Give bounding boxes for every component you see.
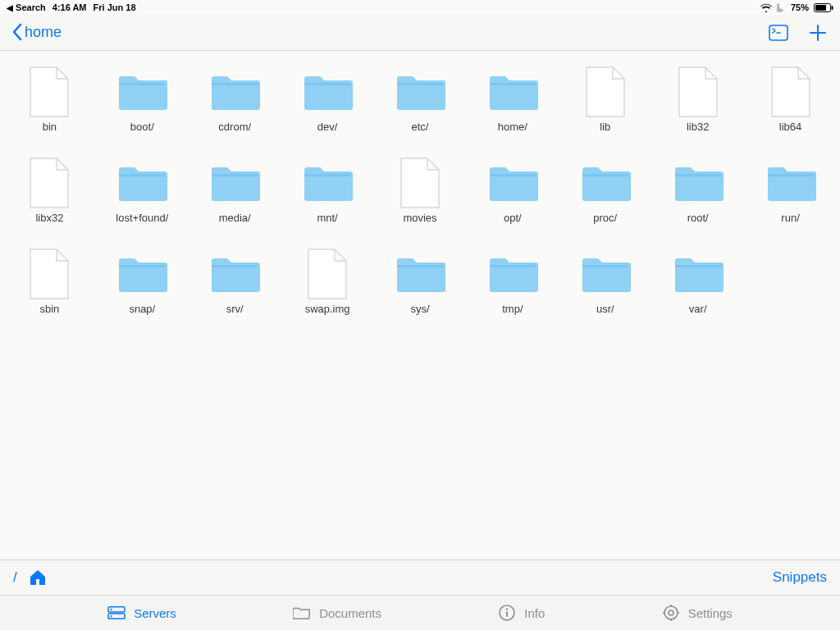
folder-item[interactable]: boot/ [96,60,189,146]
folder-item[interactable]: srv/ [189,242,281,328]
tab-info[interactable]: Info [498,604,545,622]
file-icon [23,154,75,212]
tab-servers[interactable]: Servers [107,604,176,622]
svg-rect-14 [397,83,443,85]
file-icon [672,63,724,121]
folder-icon [208,63,261,121]
item-label: media/ [219,212,251,224]
terminal-button[interactable] [768,22,789,43]
item-label: usr/ [596,303,614,315]
svg-rect-7 [119,83,165,109]
item-label: boot/ [130,121,154,133]
svg-rect-9 [212,83,258,109]
folder-item[interactable]: run/ [744,151,837,237]
item-label: cdrom/ [218,121,251,133]
svg-rect-39 [582,265,628,291]
wifi-icon [760,3,772,12]
back-button[interactable]: home [11,24,62,41]
file-item[interactable]: sbin [3,242,96,328]
info-icon [498,604,516,622]
item-label: var/ [689,303,707,315]
folder-item[interactable]: opt/ [466,151,559,237]
file-grid-scroll[interactable]: bin boot/ cdrom/ dev/ etc/ home/ lib lib… [0,52,840,559]
item-label: movies [403,212,436,224]
svg-rect-15 [490,83,536,109]
folder-item[interactable]: snap/ [96,242,189,328]
tab-label: Info [524,606,545,620]
item-label: mnt/ [317,212,337,224]
folder-item[interactable]: proc/ [559,151,651,237]
svg-rect-34 [212,265,258,267]
item-label: proc/ [593,212,617,224]
svg-rect-17 [119,174,165,200]
back-to-app[interactable]: ◀ Search [7,2,46,12]
folder-icon [301,63,354,121]
file-item[interactable]: lib [559,60,651,146]
folder-icon [486,154,539,212]
folder-item[interactable]: home/ [466,60,559,146]
svg-rect-19 [212,174,258,200]
svg-rect-27 [675,174,721,200]
house-icon [29,569,47,586]
file-item[interactable]: libx32 [3,151,96,237]
svg-rect-38 [490,265,536,267]
folder-icon [486,245,539,303]
item-label: dev/ [317,121,338,133]
folder-icon [208,245,261,303]
battery-icon [814,3,833,12]
dnd-moon-icon [777,3,786,12]
file-icon [765,63,817,121]
add-button[interactable] [807,22,829,43]
file-item[interactable]: bin [3,60,96,146]
tab-documents[interactable]: Documents [293,604,381,622]
svg-rect-8 [119,83,165,85]
status-time: 4:16 AM [52,2,87,12]
svg-rect-13 [397,83,443,109]
folder-item[interactable]: var/ [651,242,744,328]
servers-icon [107,604,126,622]
folder-item[interactable]: mnt/ [281,151,374,237]
tab-settings[interactable]: Settings [662,604,733,622]
svg-rect-23 [490,174,536,200]
snippets-button[interactable]: Snippets [773,569,827,586]
item-label: root/ [687,212,709,224]
item-label: sys/ [410,303,429,315]
file-item[interactable]: movies [374,151,467,237]
terminal-icon [769,25,788,41]
folder-item[interactable]: cdrom/ [189,60,281,146]
svg-rect-22 [304,174,350,176]
svg-rect-12 [304,83,350,85]
breadcrumb-root[interactable]: / [13,569,17,586]
folder-item[interactable]: tmp/ [466,242,559,328]
folder-item[interactable]: sys/ [374,242,467,328]
item-label: etc/ [412,121,429,133]
svg-rect-11 [304,83,350,109]
item-label: tmp/ [502,303,523,315]
plus-icon [809,24,827,42]
item-label: opt/ [504,212,522,224]
folder-item[interactable]: etc/ [374,60,467,146]
home-path-button[interactable] [29,569,47,586]
folder-item[interactable]: usr/ [559,242,651,328]
folder-icon [486,63,539,121]
file-item[interactable]: lib32 [651,60,744,146]
folder-item[interactable]: media/ [189,151,281,237]
file-icon [579,63,632,121]
folder-icon [394,63,446,121]
svg-rect-37 [490,265,536,291]
svg-rect-10 [212,83,258,85]
file-item[interactable]: swap.img [281,242,374,328]
svg-rect-25 [582,174,628,200]
svg-rect-20 [212,174,258,176]
tab-label: Servers [134,606,176,620]
folder-item[interactable]: dev/ [281,60,374,146]
folder-item[interactable]: lost+found/ [96,151,189,237]
folder-icon [579,245,632,303]
svg-rect-35 [397,265,443,291]
svg-rect-21 [304,174,350,200]
file-item[interactable]: lib64 [744,60,837,146]
svg-rect-32 [119,265,165,267]
folder-item[interactable]: root/ [651,151,744,237]
svg-rect-40 [582,265,628,267]
svg-rect-24 [490,174,536,176]
